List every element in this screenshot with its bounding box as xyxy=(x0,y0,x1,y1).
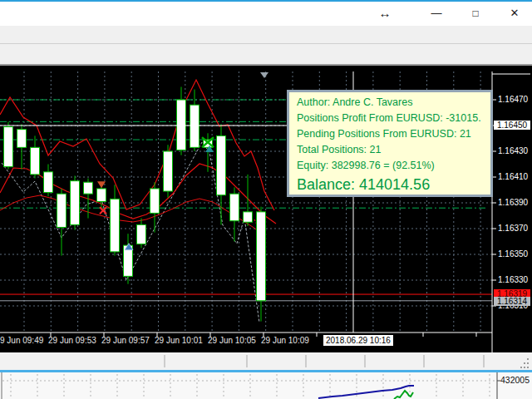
price-tick-label: 1.16410 xyxy=(498,172,528,181)
price-tick-label: 1.16470 xyxy=(498,95,528,104)
crosshair-price-tag: 1.16450 xyxy=(494,121,530,130)
time-tick-label: 29 Jun 09:53 xyxy=(48,336,96,345)
price-tick-label: 1.16350 xyxy=(498,249,528,259)
price-tick-label: 1.16390 xyxy=(498,198,528,207)
time-scale[interactable]: 9 Jun 09:4929 Jun 09:5329 Jun 09:5729 Ju… xyxy=(0,333,492,352)
toolbar-row-2 xyxy=(0,44,532,66)
crosshair-time-tag: 2018.06.29 10:16 xyxy=(323,335,393,346)
info-panel-line: Pending Positions From EURUSD: 21 xyxy=(297,126,490,142)
price-tick-label: 1.16330 xyxy=(498,275,528,284)
info-panel-line: Total Positions: 21 xyxy=(297,142,490,158)
minimize-button[interactable]: — xyxy=(424,5,449,22)
time-tick-label: 29 Jun 10:09 xyxy=(261,336,309,345)
application-window: ↔ — □ ✕ 1.164701.164301.164101.163901.16… xyxy=(0,0,532,399)
close-button[interactable]: ✕ xyxy=(502,5,527,22)
info-panel-line: Positions Profit From EURUSD: -31015. xyxy=(297,111,490,126)
subchart-value-label: 432005 xyxy=(500,375,530,385)
time-tick-label: 29 Jun 09:57 xyxy=(101,336,150,345)
info-panel: Author: Andre C. TavaresPositions Profit… xyxy=(287,90,493,197)
time-tick-label: 9 Jun 09:49 xyxy=(0,336,43,345)
balance-text: Balance: 414014.56 xyxy=(297,175,490,195)
price-tick-label: 1.16370 xyxy=(498,224,528,233)
info-panel-lines: Author: Andre C. TavaresPositions Profit… xyxy=(297,95,490,174)
info-panel-line: Author: Andre C. Tavares xyxy=(297,95,490,111)
time-tick-label: 29 Jun 10:05 xyxy=(208,336,256,345)
toolbar-row-1 xyxy=(0,26,532,44)
info-panel-line: Equity: 382998.76 = (92.51%) xyxy=(297,158,490,174)
status-strip xyxy=(0,352,532,370)
price-tick-label: 1.16430 xyxy=(498,146,528,155)
bid-price-tag: 1.16314 xyxy=(494,297,530,306)
maximize-button[interactable]: □ xyxy=(463,5,488,22)
time-tick-label: 29 Jun 10:01 xyxy=(155,336,203,345)
equity-subchart[interactable] xyxy=(0,372,532,399)
restore-window-icon[interactable]: ↔ xyxy=(372,5,397,22)
title-bar[interactable]: ↔ — □ ✕ xyxy=(0,2,532,26)
price-scale[interactable]: 1.164701.164301.164101.163901.163701.163… xyxy=(492,66,532,352)
